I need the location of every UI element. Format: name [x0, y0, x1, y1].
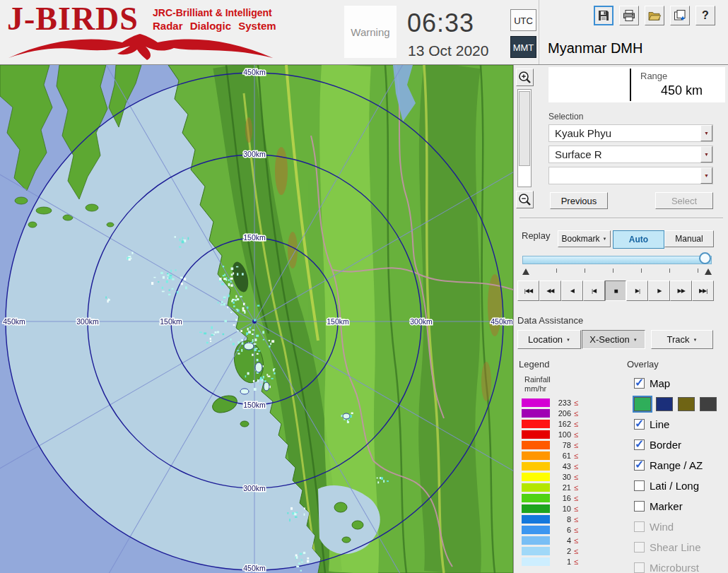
option-dropdown-button[interactable]: ▼ — [700, 167, 712, 184]
overlay-options: MapLineBorderRange / AZLati / LongMarker… — [634, 376, 727, 573]
auto-mode-button[interactable]: Auto — [613, 230, 664, 249]
map-color-swatch-3[interactable] — [700, 397, 717, 411]
zoom-in-button[interactable] — [516, 69, 534, 86]
legend-threshold-value: 162 — [551, 420, 571, 428]
range-ring-label: 300km — [243, 150, 266, 158]
new-window-button[interactable] — [670, 6, 690, 25]
radar-map-area[interactable]: 450km 300km 150km 150km 300km 450km 450k… — [0, 65, 513, 573]
legend-row: 2≤ — [522, 547, 599, 555]
rainfall-legend: 233≤206≤162≤100≤78≤61≤43≤30≤21≤16≤10≤8≤6… — [522, 398, 599, 568]
legend-color-swatch — [522, 409, 550, 418]
location-button[interactable]: Location ▼ — [517, 330, 581, 349]
overlay-item-label: Border — [650, 439, 681, 451]
legend-lte-symbol: ≤ — [574, 420, 578, 428]
range-value: 450 km — [661, 83, 703, 98]
legend-threshold-value: 16 — [551, 494, 571, 502]
playback-skip-to-start-button[interactable]: |◀◀ — [517, 280, 539, 301]
overlay-item-line[interactable]: Line — [634, 417, 727, 431]
checkbox[interactable] — [634, 501, 645, 512]
manual-mode-button[interactable]: Manual — [664, 230, 714, 247]
legend-color-swatch — [522, 462, 550, 471]
radar-map[interactable]: 450km 300km 150km 150km 300km 450km 450k… — [0, 65, 513, 573]
map-scrollbar[interactable] — [517, 89, 532, 187]
playback-skip-to-end-button[interactable]: ▶▶| — [692, 280, 714, 301]
open-file-button[interactable] — [645, 6, 664, 25]
legend-color-swatch — [522, 398, 550, 407]
bookmark-button[interactable]: Bookmark ▼ — [558, 230, 611, 247]
product-select-field[interactable]: Surface R ▼ — [548, 146, 713, 163]
header-divider — [539, 0, 539, 64]
site-select-field[interactable]: Kyauk Phyu ▼ — [548, 124, 713, 142]
checked-checkbox[interactable] — [634, 460, 645, 471]
overlay-item-marker[interactable]: Marker — [634, 499, 727, 513]
playback-fast-forward-button[interactable]: ▶▶ — [670, 280, 692, 301]
legend-row: 6≤ — [522, 526, 599, 534]
legend-row: 100≤ — [522, 430, 599, 439]
legend-color-swatch — [522, 420, 550, 428]
range-ring-label: 450km — [243, 564, 266, 572]
slider-range-start-handle[interactable] — [522, 268, 529, 275]
playback-step-forward-button[interactable]: ▶| — [626, 280, 648, 301]
legend-threshold-value: 61 — [551, 451, 571, 460]
x-section-button-label: X-Section — [589, 334, 629, 345]
bookmark-button-label: Bookmark — [562, 234, 600, 244]
legend-color-swatch — [522, 526, 550, 534]
range-ring-label: 300km — [243, 484, 266, 492]
legend-lte-symbol: ≤ — [574, 430, 578, 439]
legend-lte-symbol: ≤ — [574, 536, 578, 545]
overlay-item-microburst: Microburst — [634, 560, 727, 573]
save-icon — [597, 8, 611, 23]
help-button[interactable]: ? — [695, 6, 715, 25]
legend-unit-line2: mm/hr — [524, 384, 546, 393]
legend-threshold-value: 30 — [551, 473, 571, 481]
overlay-item-lati-long[interactable]: Lati / Long — [634, 478, 727, 492]
option-select-field[interactable]: ▼ — [548, 167, 713, 184]
legend-threshold-value: 10 — [551, 504, 571, 513]
map-color-swatch-1[interactable] — [656, 397, 673, 411]
checked-checkbox[interactable] — [634, 419, 645, 430]
map-color-swatch-0[interactable] — [634, 397, 651, 411]
clock-date: 13 Oct 2020 — [408, 42, 488, 59]
track-button[interactable]: Track ▼ — [651, 330, 713, 349]
legend-lte-symbol: ≤ — [574, 451, 578, 460]
range-ring-label: 450km — [243, 68, 266, 76]
dropdown-arrow-icon: ▼ — [633, 338, 638, 342]
checked-checkbox[interactable] — [634, 439, 645, 450]
checkbox[interactable] — [634, 480, 645, 491]
legend-row: 162≤ — [522, 420, 599, 428]
select-button[interactable]: Select — [655, 192, 713, 209]
overlay-item-map[interactable]: Map — [634, 376, 727, 390]
mmt-toggle-button[interactable]: MMT — [510, 36, 536, 58]
overlay-item-range-az[interactable]: Range / AZ — [634, 458, 727, 472]
legend-lte-symbol: ≤ — [574, 409, 578, 418]
station-title: Myanmar DMH — [548, 40, 642, 57]
overlay-item-border[interactable]: Border — [634, 437, 727, 451]
utc-toggle-button[interactable]: UTC — [510, 9, 536, 31]
previous-button[interactable]: Previous — [550, 192, 608, 209]
overlay-item-label: Microburst — [650, 562, 699, 573]
zoom-out-button[interactable] — [516, 191, 534, 208]
x-section-button[interactable]: X-Section ▼ — [582, 330, 645, 349]
print-button[interactable] — [619, 6, 639, 25]
replay-slider-track[interactable] — [522, 256, 712, 264]
playback-reverse-play-button[interactable]: ◀ — [561, 280, 583, 301]
legend-color-swatch — [522, 430, 550, 439]
playback-fast-rewind-button[interactable]: ◀◀ — [539, 280, 561, 301]
product-dropdown-button[interactable]: ▼ — [700, 146, 712, 163]
checkbox — [634, 542, 645, 553]
replay-slider-thumb[interactable] — [699, 252, 711, 264]
slider-range-end-handle[interactable] — [705, 268, 712, 275]
playback-step-back-button[interactable]: |◀ — [583, 280, 605, 301]
range-ring-label: 450km — [491, 317, 513, 326]
map-color-swatch-2[interactable] — [678, 397, 695, 411]
site-dropdown-button[interactable]: ▼ — [700, 125, 712, 141]
legend-threshold-value: 43 — [551, 462, 571, 471]
legend-color-swatch — [522, 451, 550, 460]
checked-checkbox[interactable] — [634, 378, 645, 389]
save-button[interactable] — [594, 6, 613, 25]
replay-label: Replay — [522, 230, 550, 241]
range-display: Range 450 km — [548, 67, 725, 102]
map-scrollbar-thumb[interactable] — [519, 91, 530, 166]
playback-stop-button[interactable]: ■ — [605, 280, 627, 301]
playback-play-button[interactable]: ▶ — [648, 280, 670, 301]
